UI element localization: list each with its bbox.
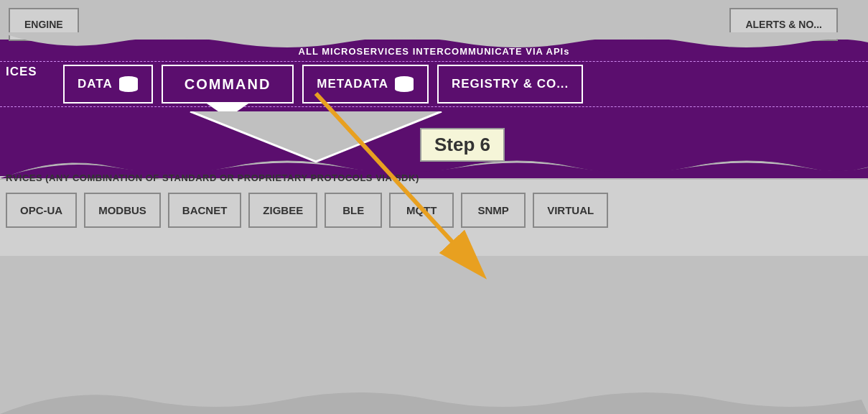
modbus-label: MODBUS	[98, 204, 146, 216]
step6-label: Step 6	[420, 128, 505, 162]
protocol-opc-ua: OPC-UA	[6, 193, 77, 228]
bacnet-label: BACNET	[182, 204, 228, 216]
svg-line-8	[316, 93, 481, 273]
bottom-wave-svg	[0, 371, 868, 414]
data-service-box: DATA	[63, 65, 153, 104]
step6-text: Step 6	[434, 134, 490, 155]
protocol-modbus: MODBUS	[84, 193, 161, 228]
opc-ua-label: OPC-UA	[20, 204, 62, 216]
alerts-label: ALERTS & NO...	[745, 19, 822, 30]
svg-point-2	[119, 86, 138, 92]
orange-arrow-svg	[251, 72, 574, 316]
engine-label: ENGINE	[24, 19, 63, 30]
data-db-icon	[118, 76, 139, 92]
microservices-banner: ALL MICROSERVICES INTERCOMMUNICATE VIA A…	[0, 42, 868, 62]
main-layout: ENGINE ALERTS & NO... ALL MICROSERVICES …	[0, 0, 868, 414]
data-label: DATA	[78, 77, 113, 91]
banner-text: ALL MICROSERVICES INTERCOMMUNICATE VIA A…	[299, 46, 570, 57]
protocol-bacnet: BACNET	[168, 193, 242, 228]
